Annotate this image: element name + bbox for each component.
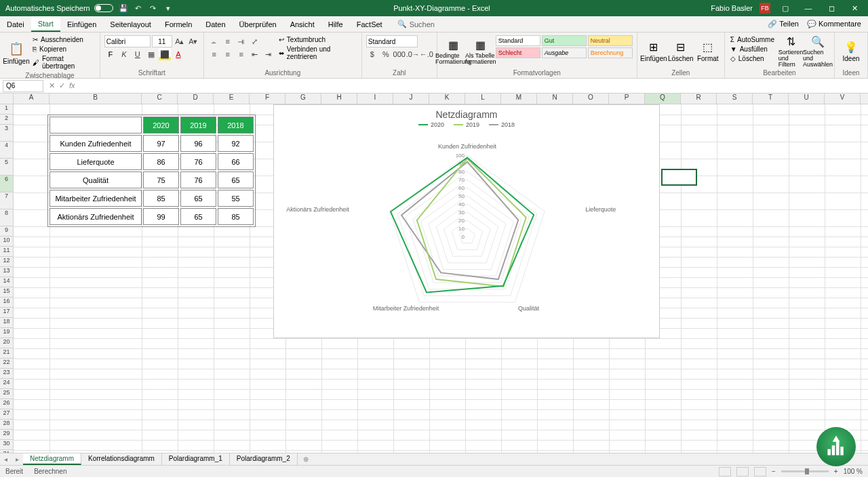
find-select-button[interactable]: 🔍Suchen und Auswählen: [806, 35, 830, 68]
fill-color-icon[interactable]: ⬛: [159, 48, 171, 60]
style-gut[interactable]: Gut: [542, 35, 587, 46]
align-left-icon[interactable]: ≡: [208, 48, 220, 60]
col-header-B[interactable]: B: [50, 94, 142, 104]
italic-icon[interactable]: K: [118, 48, 130, 60]
col-header-G[interactable]: G: [285, 94, 321, 104]
zoom-slider[interactable]: [781, 470, 829, 472]
col-header-T[interactable]: T: [753, 94, 789, 104]
row-header-12[interactable]: 12: [0, 257, 14, 267]
row-header-30[interactable]: 30: [0, 440, 14, 450]
format-as-table-button[interactable]: ▦Als Tabelle formatieren: [469, 35, 493, 68]
row-header-26[interactable]: 26: [0, 399, 14, 409]
zoom-level[interactable]: 100 %: [844, 468, 863, 475]
undo-icon[interactable]: ↶: [134, 3, 143, 13]
tab-datei[interactable]: Datei: [0, 16, 31, 32]
style-ausgabe[interactable]: Ausgabe: [542, 47, 587, 58]
percent-icon[interactable]: %: [380, 48, 392, 60]
col-header-E[interactable]: E: [214, 94, 250, 104]
confirm-fx-icon[interactable]: ✓: [59, 81, 65, 90]
copy-button[interactable]: ⎘ Kopieren: [31, 45, 96, 54]
row-header-19[interactable]: 19: [0, 328, 14, 338]
comma-icon[interactable]: 000: [393, 48, 406, 60]
row-header-1[interactable]: 1: [0, 104, 14, 115]
increase-font-icon[interactable]: A▴: [174, 35, 186, 47]
share-button[interactable]: 🔗 Teilen: [768, 20, 799, 28]
col-header-K[interactable]: K: [429, 94, 465, 104]
wrap-text-button[interactable]: ↩ Textumbruch: [277, 35, 357, 44]
align-right-icon[interactable]: ≡: [235, 48, 248, 60]
row-header-20[interactable]: 20: [0, 338, 14, 348]
row-header-5[interactable]: 5: [0, 159, 14, 176]
view-break-icon[interactable]: [754, 467, 766, 476]
select-all-corner[interactable]: [0, 94, 14, 104]
col-header-P[interactable]: P: [609, 94, 645, 104]
tab-einfuegen[interactable]: Einfügen: [60, 16, 103, 32]
fx-icon[interactable]: fx: [69, 81, 75, 90]
style-berechnung[interactable]: Berechnung: [588, 47, 633, 58]
tab-seitenlayout[interactable]: Seitenlayout: [103, 16, 158, 32]
row-header-6[interactable]: 6: [0, 176, 14, 192]
align-bottom-icon[interactable]: ⫣: [235, 35, 248, 47]
sheet-tab-1[interactable]: Korrelationsdiagramm: [81, 453, 162, 465]
align-center-icon[interactable]: ≡: [222, 48, 234, 60]
row-header-24[interactable]: 24: [0, 379, 14, 389]
zoom-out-icon[interactable]: −: [772, 468, 776, 475]
indent-left-icon[interactable]: ⇤: [249, 48, 261, 60]
col-header-H[interactable]: H: [321, 94, 357, 104]
ribbon-options-icon[interactable]: ▢: [777, 1, 793, 15]
row-header-2[interactable]: 2: [0, 115, 14, 125]
tab-hilfe[interactable]: Hilfe: [321, 16, 350, 32]
name-box[interactable]: Q6: [3, 80, 43, 92]
search-box[interactable]: 🔍 Suchen: [397, 20, 435, 28]
font-size-select[interactable]: [152, 35, 172, 47]
conditional-format-button[interactable]: ▦Bedingte Formatierung: [441, 35, 466, 68]
row-header-18[interactable]: 18: [0, 318, 14, 328]
col-header-J[interactable]: J: [393, 94, 429, 104]
view-normal-icon[interactable]: [719, 467, 731, 476]
row-header-16[interactable]: 16: [0, 298, 14, 308]
delete-cells-button[interactable]: ⊟Löschen: [669, 35, 693, 68]
align-top-icon[interactable]: ⫠: [208, 35, 220, 47]
clear-button[interactable]: ◇ Löschen: [729, 54, 776, 63]
data-table[interactable]: 202020192018 Kunden Zufriedenheit979692L…: [47, 115, 256, 227]
sheet-tab-2[interactable]: Polardiagramm_1: [162, 453, 230, 465]
zoom-in-icon[interactable]: +: [834, 468, 838, 475]
view-layout-icon[interactable]: [736, 467, 749, 476]
worksheet-grid[interactable]: ABCDEFGHIJKLMNOPQRSTUV 12345678910111213…: [0, 94, 868, 453]
cut-button[interactable]: ✂ Ausschneiden: [31, 35, 96, 44]
row-header-25[interactable]: 25: [0, 389, 14, 399]
format-cells-button[interactable]: ⬚Format: [696, 35, 720, 68]
col-header-M[interactable]: M: [501, 94, 537, 104]
align-middle-icon[interactable]: ≡: [222, 35, 234, 47]
radar-chart[interactable]: Netzdiagramm 202020192018 01020304050607…: [273, 104, 660, 338]
autosave-toggle[interactable]: Automatisches Speichern: [5, 4, 113, 12]
save-icon[interactable]: 💾: [119, 3, 128, 13]
sheet-tab-3[interactable]: Polardiagramm_2: [230, 453, 298, 465]
close-icon[interactable]: ✕: [846, 1, 863, 15]
font-color-icon[interactable]: A: [172, 48, 184, 60]
row-header-10[interactable]: 10: [0, 237, 14, 247]
minimize-icon[interactable]: —: [800, 1, 816, 15]
qat-more-icon[interactable]: ▾: [163, 3, 173, 13]
sheet-nav-prev-icon[interactable]: ◂: [0, 455, 12, 463]
user-name[interactable]: Fabio Basler: [711, 4, 753, 12]
col-header-S[interactable]: S: [717, 94, 753, 104]
tab-formeln[interactable]: Formeln: [158, 16, 199, 32]
bold-icon[interactable]: F: [104, 48, 117, 60]
sort-filter-button[interactable]: ⇅Sortieren und Filtern: [778, 35, 803, 68]
col-header-Q[interactable]: Q: [645, 94, 681, 104]
row-header-28[interactable]: 28: [0, 420, 14, 430]
tab-start[interactable]: Start: [31, 16, 60, 32]
row-header-29[interactable]: 29: [0, 430, 14, 440]
indent-right-icon[interactable]: ⇥: [262, 48, 275, 60]
selected-cell[interactable]: [661, 169, 697, 186]
currency-icon[interactable]: $: [366, 48, 378, 60]
format-painter-button[interactable]: 🖌 Format übertragen: [31, 54, 96, 70]
row-header-14[interactable]: 14: [0, 277, 14, 287]
fill-button[interactable]: ▼ Ausfüllen: [729, 45, 776, 54]
col-header-N[interactable]: N: [537, 94, 573, 104]
row-header-21[interactable]: 21: [0, 348, 14, 359]
row-header-4[interactable]: 4: [0, 142, 14, 159]
row-header-15[interactable]: 15: [0, 287, 14, 298]
increase-decimal-icon[interactable]: .0→: [407, 48, 419, 60]
